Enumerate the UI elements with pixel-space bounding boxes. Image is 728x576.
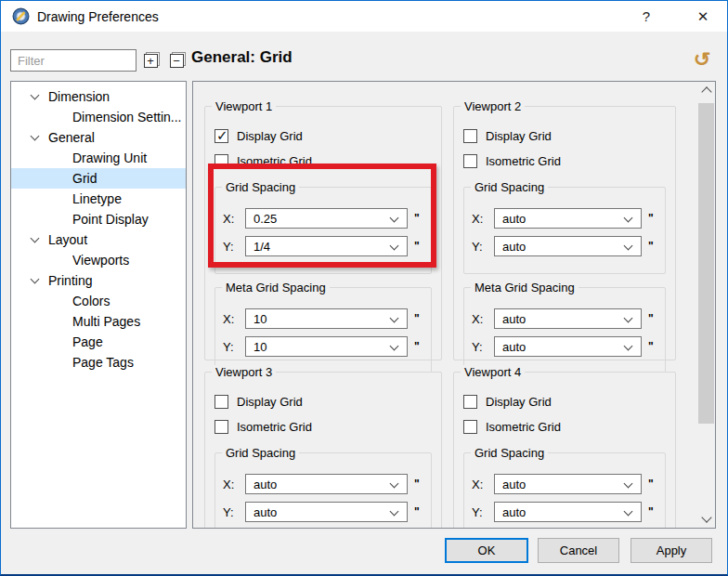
group-title: Meta Grid Spacing <box>222 281 330 295</box>
app-logo-icon <box>12 7 30 25</box>
chevron-down-icon[interactable] <box>390 242 398 251</box>
display-grid-checkbox-row[interactable]: Display Grid <box>214 124 432 149</box>
chevron-down-icon[interactable] <box>31 235 38 242</box>
chevron-down-icon[interactable] <box>390 343 398 351</box>
unit-label: " <box>414 240 423 253</box>
title-bar: Drawing Preferences ? ✕ <box>1 1 727 32</box>
chevron-down-icon[interactable] <box>390 315 398 323</box>
ok-button[interactable]: OK <box>445 538 528 563</box>
display-grid-checkbox-row[interactable]: Display Grid <box>214 389 432 414</box>
chevron-down-icon[interactable] <box>31 276 38 283</box>
close-icon[interactable]: ✕ <box>684 1 722 32</box>
tree-item-dimension[interactable]: Dimension <box>11 86 186 107</box>
tree-item-printing[interactable]: Printing <box>11 270 186 291</box>
apply-button[interactable]: Apply <box>630 538 712 563</box>
y-label: Y: <box>472 240 494 254</box>
scroll-up-arrow-icon[interactable] <box>698 83 714 98</box>
display-grid-checkbox-row[interactable]: Display Grid <box>463 124 666 149</box>
grid-spacing-y-combobox[interactable]: auto <box>245 502 408 522</box>
display-grid-checkbox-row[interactable]: Display Grid <box>463 389 666 414</box>
tree-item-dimension-settings[interactable]: Dimension Settin... <box>11 107 186 127</box>
grid-spacing-x-combobox[interactable]: 0.25 <box>245 208 408 229</box>
cancel-button[interactable]: Cancel <box>538 538 619 563</box>
tree-item-multi-pages[interactable]: Multi Pages <box>11 311 186 332</box>
chevron-down-icon[interactable] <box>390 480 398 489</box>
tree-item-linetype[interactable]: Linetype <box>11 189 186 209</box>
group-title: Viewport 4 <box>461 365 525 379</box>
chevron-down-icon[interactable] <box>390 508 398 517</box>
checkbox-label: Display Grid <box>486 129 552 143</box>
grid-spacing-x-combobox[interactable]: auto <box>245 474 408 494</box>
chevron-down-icon[interactable] <box>624 242 632 251</box>
display-grid-checkbox[interactable] <box>214 395 228 409</box>
tree-item-label: Multi Pages <box>72 314 140 329</box>
group-title: Viewport 3 <box>212 365 276 379</box>
tree-item-label: General <box>48 130 95 145</box>
chevron-down-icon[interactable] <box>624 215 632 223</box>
collapse-all-button[interactable]: − <box>168 52 185 69</box>
expand-all-icon: + <box>144 54 158 68</box>
vertical-scrollbar[interactable] <box>698 83 714 527</box>
checkbox-label: Isometric Grid <box>486 154 561 168</box>
grid-spacing-x-combobox[interactable]: auto <box>494 474 642 494</box>
tree-item-general[interactable]: General <box>11 127 186 148</box>
chevron-down-icon[interactable] <box>31 133 38 140</box>
combobox-value: auto <box>502 312 526 326</box>
display-grid-checkbox[interactable] <box>463 129 477 143</box>
combobox-value: auto <box>502 212 526 226</box>
filter-input[interactable] <box>10 49 136 72</box>
isometric-grid-checkbox[interactable] <box>214 154 228 168</box>
tree-item-label: Printing <box>48 273 92 288</box>
chevron-down-icon[interactable] <box>390 215 398 223</box>
tree-item-layout[interactable]: Layout <box>11 229 186 250</box>
page-title: General: Grid <box>191 48 292 67</box>
scroll-down-arrow-icon[interactable] <box>698 511 714 527</box>
combobox-value: 1/4 <box>254 240 270 254</box>
group-title: Grid Spacing <box>222 446 299 460</box>
combobox-value: 10 <box>254 340 266 354</box>
grid-spacing-y-combobox[interactable]: 1/4 <box>245 236 408 256</box>
tree-item-drawing-unit[interactable]: Drawing Unit <box>11 148 186 168</box>
tree-item-label: Dimension <box>48 89 110 104</box>
grid-spacing-x-combobox[interactable]: auto <box>494 208 642 229</box>
tree-item-label: Viewports <box>72 253 129 268</box>
chevron-down-icon[interactable] <box>624 343 632 351</box>
grid-spacing-y-combobox[interactable]: auto <box>494 236 642 256</box>
tree-item-point-display[interactable]: Point Display <box>11 209 186 229</box>
tree-item-page[interactable]: Page <box>11 332 186 352</box>
chevron-down-icon[interactable] <box>624 315 632 323</box>
chevron-down-icon[interactable] <box>31 92 38 99</box>
unit-label: " <box>414 478 423 491</box>
isometric-grid-checkbox[interactable] <box>463 420 477 434</box>
display-grid-checkbox[interactable] <box>214 129 228 143</box>
group-title: Meta Grid Spacing <box>471 281 578 295</box>
meta-grid-spacing-x-combobox[interactable]: auto <box>494 308 642 329</box>
reset-undo-icon[interactable]: ↺ <box>689 47 714 72</box>
isometric-grid-checkbox-row[interactable]: Isometric Grid <box>214 149 432 174</box>
checkbox-label: Isometric Grid <box>237 420 312 434</box>
expand-all-button[interactable]: + <box>142 52 159 69</box>
isometric-grid-checkbox[interactable] <box>463 154 477 168</box>
help-button[interactable]: ? <box>632 1 660 32</box>
tree-item-colors[interactable]: Colors <box>11 291 186 311</box>
tree-item-grid-selected[interactable]: Grid <box>11 168 186 189</box>
x-label: X: <box>223 312 245 326</box>
drawing-preferences-dialog: { "window": { "title": "Drawing Preferen… <box>0 0 728 576</box>
isometric-grid-checkbox-row[interactable]: Isometric Grid <box>463 414 666 439</box>
isometric-grid-checkbox[interactable] <box>214 420 228 434</box>
tree-item-viewports[interactable]: Viewports <box>11 250 186 270</box>
grid-spacing-y-combobox[interactable]: auto <box>494 502 642 522</box>
meta-grid-spacing-x-combobox[interactable]: 10 <box>245 308 408 329</box>
display-grid-checkbox[interactable] <box>463 395 477 409</box>
isometric-grid-checkbox-row[interactable]: Isometric Grid <box>463 149 666 174</box>
scrollbar-thumb[interactable] <box>698 103 714 424</box>
meta-grid-spacing-y-combobox[interactable]: auto <box>494 336 642 357</box>
tree-item-page-tags[interactable]: Page Tags <box>11 352 186 373</box>
meta-grid-spacing-y-combobox[interactable]: 10 <box>245 336 408 357</box>
meta-grid-spacing-group: Meta Grid Spacing X: auto " Y: auto " <box>463 287 666 374</box>
chevron-down-icon[interactable] <box>624 508 632 517</box>
chevron-down-icon[interactable] <box>624 480 632 489</box>
x-label: X: <box>472 312 494 326</box>
isometric-grid-checkbox-row[interactable]: Isometric Grid <box>214 414 432 439</box>
tree-item-label: Linetype <box>72 191 122 206</box>
